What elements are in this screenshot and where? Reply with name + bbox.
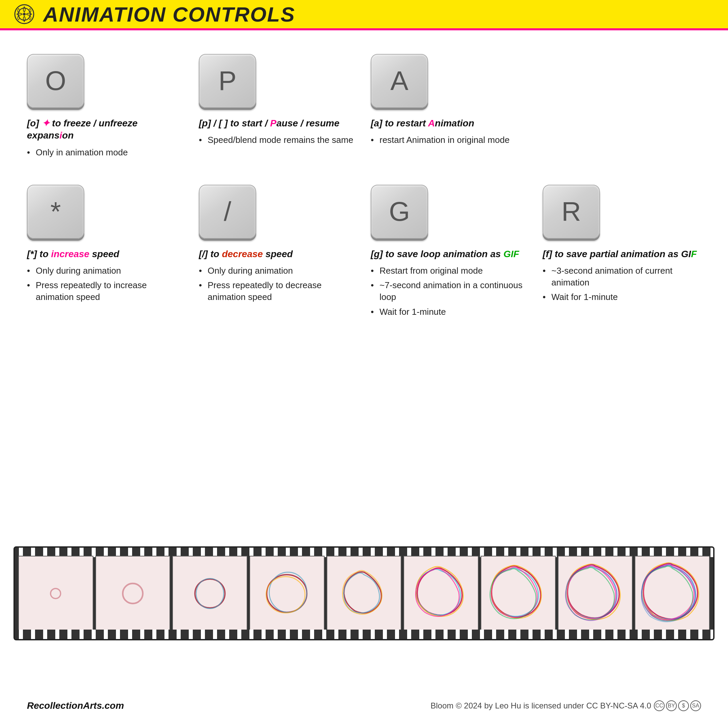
filmstrip-frames [15,556,713,631]
frame-svg-3 [179,562,241,625]
control-slash: / [/] to decrease speed Only during anim… [199,185,357,321]
page-title: ANIMATION CONTROLS [43,2,295,26]
film-frame-2 [95,556,171,631]
svg-point-3 [50,589,61,599]
key-r[interactable]: R [543,185,600,239]
frame-svg-5 [333,562,395,625]
label-slash: [/] to decrease speed [199,248,293,260]
key-slash[interactable]: / [199,185,256,239]
film-frame-3 [172,556,248,631]
frame-svg-4 [255,562,318,625]
frame-svg-7 [487,562,549,625]
filmstrip [14,546,714,640]
controls-row-2: * [*] to increase speed Only during anim… [27,185,701,321]
label-r: [f] to save partial animation as GIF [543,248,697,260]
svg-point-8 [269,572,307,612]
film-frame-6 [404,556,479,631]
bullets-o: Only in animation mode [27,147,128,161]
bullets-slash: Only during animation Press repeatedly t… [199,265,357,306]
by-icon: BY [666,700,677,711]
label-a: [a] to restart Animation [371,117,474,129]
footer-copyright: Bloom © 2024 by Leo Hu is licensed under… [431,700,701,711]
svg-point-4 [123,583,142,603]
footer: RecollectionArts.com Bloom © 2024 by Leo… [27,700,701,711]
nc-icon: $ [678,700,689,711]
label-p: [p] / [ ] to start / Pause / resume [199,117,340,129]
control-a: A [a] to restart Animation restart Anima… [371,54,529,161]
footer-website: RecollectionArts.com [27,700,124,711]
film-frame-4 [249,556,324,631]
control-o: O [o] ✦ to freeze / unfreeze expansion O… [27,54,185,161]
film-frame-5 [327,556,402,631]
label-g: [g] to save loop animation as GIF [371,248,519,260]
svg-point-6 [196,578,224,608]
header: ANIMATION CONTROLS [0,0,728,30]
svg-point-2 [23,13,26,15]
bullets-r: ~3-second animation of current animation… [543,265,701,306]
key-p[interactable]: P [199,54,256,108]
label-o: [o] ✦ to freeze / unfreeze expansion [27,117,185,142]
controls-row-1: O [o] ✦ to freeze / unfreeze expansion O… [27,54,701,161]
control-star: * [*] to increase speed Only during anim… [27,185,185,321]
control-r: R [f] to save partial animation as GIF ~… [543,185,701,321]
control-empty-r1 [543,54,701,161]
control-g: G [g] to save loop animation as GIF Rest… [371,185,529,321]
key-o[interactable]: O [27,54,84,108]
key-a[interactable]: A [371,54,428,108]
key-star[interactable]: * [27,185,84,239]
sa-icon: SA [690,700,701,711]
bloom-logo-icon [14,3,35,25]
frame-svg-9 [641,562,704,625]
main-content: O [o] ✦ to freeze / unfreeze expansion O… [0,34,728,358]
key-g[interactable]: G [371,185,428,239]
label-star: [*] to increase speed [27,248,119,260]
bullets-a: restart Animation in original mode [371,134,509,148]
frame-svg-6 [410,562,473,625]
film-frame-1 [18,556,93,631]
film-frame-8 [558,556,633,631]
film-frame-7 [480,556,556,631]
bullets-p: Speed/blend mode remains the same [199,134,353,148]
cc-icon: CC [654,700,665,711]
bullets-star: Only during animation Press repeatedly t… [27,265,185,306]
frame-svg-1 [24,562,87,625]
frame-svg-8 [564,562,627,625]
bullets-g: Restart from original mode ~7-second ani… [371,265,529,320]
frame-svg-2 [101,562,164,625]
film-frame-9 [635,556,710,631]
footer-license-icons: CC BY $ SA [654,700,701,711]
filmstrip-container [0,546,728,640]
svg-point-9 [266,577,305,613]
control-p: P [p] / [ ] to start / Pause / resume Sp… [199,54,357,161]
